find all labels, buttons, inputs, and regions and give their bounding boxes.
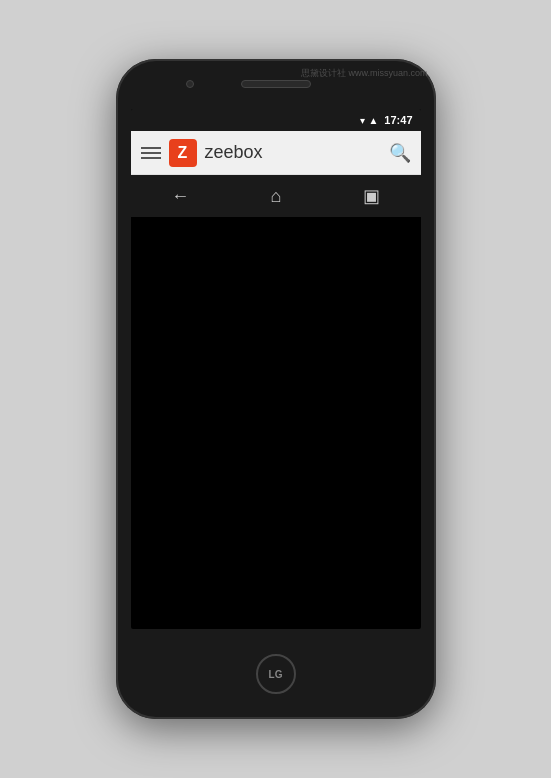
lg-logo: LG	[256, 654, 296, 694]
bottom-nav-bar: ← ⌂ ▣	[131, 175, 421, 217]
phone-device: ▾ ▲ 17:47 Z zeebox 🔍 72	[116, 59, 436, 719]
status-time: 17:47	[384, 114, 412, 126]
home-button[interactable]: ⌂	[271, 186, 282, 207]
phone-bottom: LG	[116, 629, 436, 719]
hamburger-menu-icon[interactable]	[141, 147, 161, 159]
status-bar: ▾ ▲ 17:47	[131, 109, 421, 131]
app-bar: Z zeebox 🔍	[131, 131, 421, 175]
speaker-grille	[241, 80, 311, 88]
back-button[interactable]: ←	[171, 186, 189, 207]
status-icons: ▾ ▲ 17:47	[360, 114, 412, 126]
recent-apps-button[interactable]: ▣	[363, 185, 380, 207]
signal-icon: ▲	[368, 115, 378, 126]
wifi-icon: ▾	[360, 115, 365, 126]
search-icon[interactable]: 🔍	[389, 142, 411, 164]
phone-screen: ▾ ▲ 17:47 Z zeebox 🔍 72	[131, 109, 421, 629]
camera-dot	[186, 80, 194, 88]
watermark: 思黛设计社 www.missyuan.com	[301, 67, 428, 80]
app-title: zeebox	[205, 142, 389, 163]
app-logo: Z	[169, 139, 197, 167]
